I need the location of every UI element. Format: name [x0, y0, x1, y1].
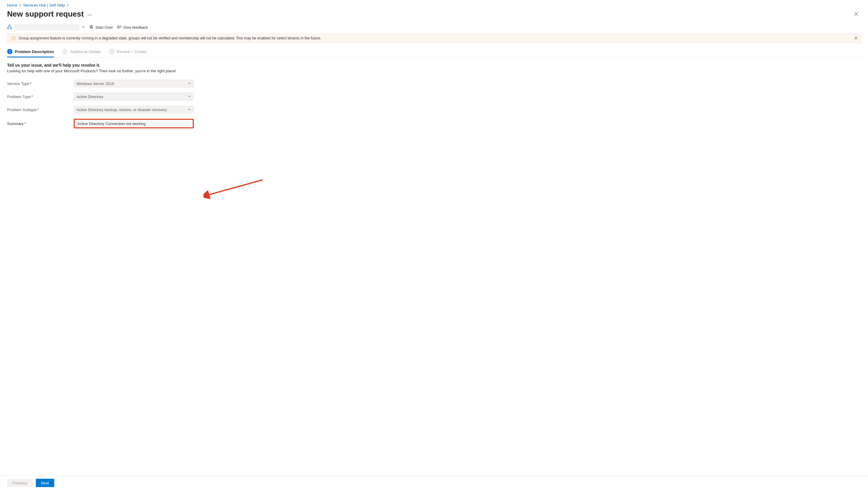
step-label: Additional Details [70, 50, 101, 54]
problem-type-label: Problem Type* [7, 94, 74, 99]
chevron-down-icon [188, 82, 191, 86]
close-icon [855, 36, 858, 40]
give-feedback-button[interactable]: Give feedback [117, 25, 148, 30]
step-review-create[interactable]: 3 Review + Create [109, 47, 146, 57]
feedback-icon [117, 25, 121, 30]
page-title-text: New support request [7, 9, 84, 19]
sitemap-icon [7, 25, 12, 30]
svg-point-3 [118, 26, 119, 27]
step-number-badge: 2 [62, 49, 67, 54]
field-row-service-type: Service Type* Windows Server 2019 [7, 80, 861, 87]
warning-banner: i Group assignment feature is currently … [7, 33, 861, 43]
close-icon [854, 12, 858, 16]
svg-rect-0 [9, 25, 10, 26]
footer-bar: Previous Next [0, 476, 868, 490]
field-row-summary: Summary* [7, 119, 861, 128]
step-tabs: 1 Problem Description 2 Additional Detai… [7, 47, 861, 58]
summary-input[interactable] [74, 120, 193, 127]
svg-line-5 [207, 180, 263, 195]
step-label: Review + Create [117, 50, 146, 54]
intro-sub: Looking for help with one of your Micros… [7, 69, 861, 73]
problem-subtype-value: Active Directory backup, restore, or dis… [76, 108, 167, 112]
banner-text: Group assignment feature is currently ru… [19, 36, 321, 40]
title-row: New support request … [7, 9, 861, 19]
service-type-label: Service Type* [7, 82, 74, 86]
info-icon: i [11, 36, 16, 40]
problem-subtype-select[interactable]: Active Directory backup, restore, or dis… [74, 106, 194, 114]
banner-close-button[interactable] [855, 36, 858, 40]
summary-label: Summary* [7, 121, 74, 126]
step-number-badge: 3 [109, 49, 114, 54]
problem-type-value: Active Directory [76, 94, 103, 99]
give-feedback-label: Give feedback [123, 25, 148, 30]
summary-highlight-box [74, 119, 194, 128]
svg-rect-1 [7, 28, 8, 29]
annotation-arrow [204, 178, 269, 201]
chevron-down-icon [82, 25, 85, 30]
breadcrumb-home[interactable]: Home [7, 3, 18, 7]
previous-button[interactable]: Previous [7, 479, 33, 487]
toolbar: Start Over Give feedback [7, 24, 861, 31]
refresh-icon [89, 25, 94, 30]
org-name-placeholder [14, 24, 80, 31]
breadcrumb-sep: > [67, 3, 69, 7]
breadcrumb-sep: > [19, 3, 22, 7]
next-button[interactable]: Next [36, 479, 55, 487]
start-over-label: Start Over [95, 25, 113, 30]
chevron-down-icon [188, 108, 191, 112]
step-problem-description[interactable]: 1 Problem Description [7, 47, 54, 57]
service-type-value: Windows Server 2019 [76, 82, 114, 86]
close-button[interactable] [851, 9, 861, 19]
page-title: New support request … [7, 9, 93, 19]
start-over-button[interactable]: Start Over [89, 25, 113, 30]
org-picker[interactable] [7, 24, 85, 31]
chevron-down-icon [188, 94, 191, 99]
field-row-problem-subtype: Problem Subtype* Active Directory backup… [7, 106, 861, 114]
intro-heading: Tell us your issue, and we'll help you r… [7, 63, 861, 67]
service-type-select[interactable]: Windows Server 2019 [74, 80, 194, 87]
step-number-badge: 1 [7, 49, 12, 54]
more-icon[interactable]: … [87, 11, 93, 17]
problem-subtype-label: Problem Subtype* [7, 108, 74, 112]
field-row-problem-type: Problem Type* Active Directory [7, 93, 861, 100]
step-label: Problem Description [15, 50, 54, 54]
svg-rect-2 [10, 28, 11, 29]
problem-type-select[interactable]: Active Directory [74, 93, 194, 100]
step-additional-details[interactable]: 2 Additional Details [62, 47, 101, 57]
breadcrumb: Home > Services Hub | Self Help > [7, 3, 861, 7]
breadcrumb-services-hub[interactable]: Services Hub | Self Help [23, 3, 65, 7]
